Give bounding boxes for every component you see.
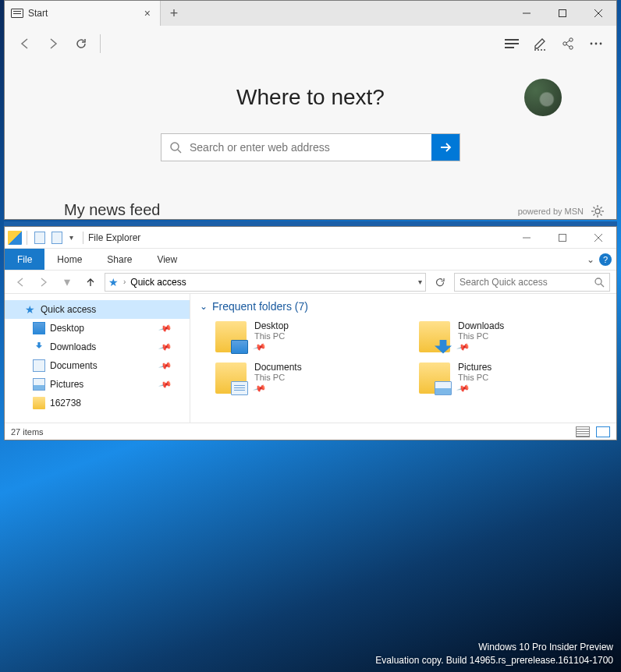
nav-item-documents[interactable]: Documents📌 (5, 356, 190, 375)
forward-button[interactable] (39, 30, 67, 58)
qat-dropdown-button[interactable]: ▾ (66, 233, 76, 242)
nav-up-button[interactable] (81, 273, 100, 292)
nav-item-label: 162738 (50, 398, 81, 409)
back-arrow-icon (18, 37, 32, 51)
ribbon-tab-view[interactable]: View (144, 249, 190, 270)
folder-name: Desktop (254, 320, 289, 331)
ribbon-tab-share[interactable]: Share (94, 249, 144, 270)
ribbon-tab-home[interactable]: Home (44, 249, 94, 270)
close-button[interactable] (580, 227, 616, 248)
pin-icon: 📌 (158, 377, 173, 391)
share-icon (561, 37, 575, 51)
share-button[interactable] (554, 30, 582, 58)
folder-icon (215, 363, 247, 394)
pin-icon: 📌 (456, 340, 471, 354)
pin-icon: 📌 (158, 340, 173, 354)
svg-line-12 (566, 44, 570, 47)
refresh-button[interactable] (67, 30, 95, 58)
close-icon (594, 233, 603, 242)
edge-search-bar (161, 133, 460, 161)
svg-line-25 (601, 207, 602, 209)
explorer-search-input[interactable] (460, 277, 594, 288)
frequent-folders-header[interactable]: ⌄ Frequent folders (7) (200, 300, 607, 313)
view-large-icons-button[interactable] (596, 426, 610, 437)
maximize-icon (558, 9, 567, 18)
new-tab-button[interactable]: + (161, 1, 187, 26)
ribbon-expand-button[interactable]: ⌄ (582, 254, 599, 265)
address-box[interactable]: ★ › Quick access ▾ (105, 273, 426, 292)
edge-window: Start × + Where to next? My news feed (4, 0, 617, 220)
maximize-button[interactable] (545, 1, 580, 26)
desktop-overlay-icon (231, 340, 248, 354)
pen-icon (533, 37, 547, 51)
svg-point-13 (591, 43, 593, 45)
nav-item-desktop[interactable]: Desktop📌 (5, 319, 190, 338)
pin-icon: 📌 (253, 381, 268, 395)
ribbon-tab-file[interactable]: File (5, 249, 44, 270)
pictures-icon (33, 378, 45, 391)
maximize-icon (558, 233, 567, 242)
nav-back-button[interactable] (11, 273, 30, 292)
svg-line-23 (594, 207, 595, 209)
svg-point-15 (600, 43, 602, 45)
nav-item-label: Desktop (50, 323, 84, 334)
edge-titlebar: Start × + (5, 1, 616, 26)
desktop-watermark: Windows 10 Pro Insider Preview Evaluatio… (375, 641, 613, 667)
go-arrow-icon (438, 140, 452, 154)
edge-search-input[interactable] (190, 134, 431, 161)
nav-item-162738[interactable]: 162738 (5, 394, 190, 412)
explorer-ribbon: File Home Share View ⌄ ? (5, 249, 616, 271)
address-history-dropdown[interactable]: ▾ (418, 278, 422, 286)
nav-recent-dropdown[interactable]: ▾ (58, 273, 76, 292)
minimize-icon (522, 233, 531, 242)
minimize-button[interactable] (509, 1, 545, 26)
close-tab-icon[interactable]: × (141, 7, 154, 19)
explorer-title: File Explorer (88, 232, 140, 243)
folder-item-desktop[interactable]: Desktop This PC 📌 (215, 320, 403, 352)
svg-line-26 (594, 214, 595, 216)
svg-point-31 (595, 278, 601, 285)
minimize-button[interactable] (509, 227, 545, 248)
folder-item-pictures[interactable]: Pictures This PC 📌 (419, 362, 607, 394)
close-button[interactable] (580, 1, 616, 26)
forward-arrow-icon (46, 37, 60, 51)
powered-by-label: powered by MSN (518, 207, 584, 216)
user-avatar[interactable] (524, 79, 562, 116)
nav-item-downloads[interactable]: Downloads📌 (5, 338, 190, 356)
explorer-main-pane[interactable]: ⌄ Frequent folders (7) Desktop This PC 📌… (190, 294, 616, 423)
help-button[interactable]: ? (599, 253, 612, 266)
search-go-button[interactable] (431, 134, 460, 161)
explorer-window: ▾ File Explorer File Home Share View ⌄ ?… (4, 226, 617, 440)
nav-forward-button[interactable] (34, 273, 53, 292)
quick-access-star-icon: ★ (108, 276, 119, 288)
back-button[interactable] (11, 30, 39, 58)
explorer-address-bar: ▾ ★ › Quick access ▾ (5, 271, 616, 294)
edge-window-controls (509, 1, 616, 26)
minimize-icon (522, 9, 531, 18)
qat-properties-button[interactable] (32, 230, 48, 246)
settings-gear-button[interactable] (591, 205, 604, 218)
back-arrow-icon (15, 277, 26, 288)
view-details-button[interactable] (576, 426, 590, 437)
more-button[interactable] (582, 30, 610, 58)
address-refresh-button[interactable] (431, 273, 449, 292)
chevron-right-icon: › (123, 278, 126, 286)
explorer-search-box (454, 273, 610, 292)
nav-quick-access[interactable]: ★ Quick access (5, 300, 190, 319)
explorer-nav-pane[interactable]: ★ Quick access Desktop📌Downloads📌Documen… (5, 294, 190, 423)
qat-newfolder-button[interactable] (49, 230, 65, 246)
nav-item-pictures[interactable]: Pictures📌 (5, 375, 190, 394)
folder-item-downloads[interactable]: Downloads This PC 📌 (419, 320, 607, 352)
quick-access-toolbar: ▾ (5, 230, 88, 246)
reading-view-button[interactable] (498, 30, 526, 58)
pin-icon: 📌 (456, 381, 471, 395)
folder-name: Downloads (458, 320, 504, 331)
edge-tab-start[interactable]: Start × (5, 1, 161, 26)
svg-line-11 (566, 41, 570, 43)
notes-button[interactable] (526, 30, 554, 58)
chevron-down-icon: ⌄ (200, 301, 208, 312)
folder-item-documents[interactable]: Documents This PC 📌 (215, 362, 403, 394)
maximize-button[interactable] (545, 227, 580, 248)
svg-line-24 (601, 214, 602, 216)
svg-line-32 (601, 284, 604, 287)
